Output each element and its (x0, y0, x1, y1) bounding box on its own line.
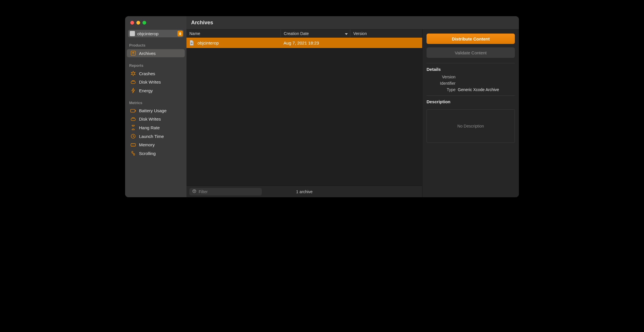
detail-key: Identifier (427, 81, 458, 86)
product-selector[interactable]: objcinterop (128, 30, 184, 37)
detail-key: Type (427, 87, 458, 92)
archive-icon (130, 51, 136, 56)
archive-count-label: 1 archive (296, 189, 313, 194)
sidebar-item-label: Energy (139, 88, 153, 93)
product-selector-label: objcinterop (137, 31, 158, 36)
button-label: Validate Content (455, 50, 487, 55)
sidebar-item-label: Scrolling (139, 151, 156, 156)
sidebar-item-label: Hang Rate (139, 125, 160, 130)
minimize-window-button[interactable] (136, 21, 140, 25)
sidebar-item-label: Disk Writes (139, 117, 161, 121)
disk-icon (130, 80, 136, 84)
button-label: Distribute Content (452, 36, 490, 41)
sidebar-item-label: Disk Writes (139, 80, 161, 84)
archive-file-icon (189, 40, 195, 46)
bolt-icon (130, 88, 136, 93)
content-row: Name Creation Date Version (186, 29, 519, 197)
svg-rect-1 (131, 81, 136, 84)
column-header-name[interactable]: Name (186, 29, 281, 37)
svg-rect-3 (131, 109, 135, 112)
sidebar-section-header-products: Products (125, 41, 186, 49)
cell-creation-date: Aug 7, 2021 18:23 (283, 40, 319, 45)
scroll-icon (130, 151, 136, 156)
organizer-window: objcinterop Products Archives Reports Cr… (125, 16, 519, 197)
filter-field[interactable] (189, 188, 262, 195)
sidebar-item-disk-writes-metrics[interactable]: Disk Writes (127, 115, 185, 123)
sidebar-item-scrolling[interactable]: Scrolling (127, 149, 185, 157)
main-pane: Archives Name Creation Date Version (186, 16, 519, 197)
table-body: objcinterop Aug 7, 2021 18:23 (186, 38, 422, 186)
updown-chevron-icon (178, 31, 183, 36)
detail-row-version: Version (427, 75, 515, 79)
details-header: Details (427, 67, 515, 72)
sidebar-item-disk-writes-reports[interactable]: Disk Writes (127, 78, 185, 86)
archives-table: Name Creation Date Version (186, 29, 422, 197)
sidebar-item-launch-time[interactable]: Launch Time (127, 132, 185, 140)
column-header-label: Version (353, 31, 367, 36)
sidebar-item-energy[interactable]: Energy (127, 86, 185, 95)
svg-point-10 (133, 154, 135, 155)
distribute-content-button[interactable]: Distribute Content (427, 34, 515, 44)
table-row[interactable]: objcinterop Aug 7, 2021 18:23 (186, 38, 422, 48)
svg-rect-4 (135, 110, 136, 111)
column-header-version[interactable]: Version (350, 29, 422, 37)
validate-content-button[interactable]: Validate Content (427, 47, 515, 58)
hourglass-icon (130, 125, 136, 130)
column-header-creation-date[interactable]: Creation Date (281, 29, 350, 37)
window-controls (125, 16, 186, 29)
sidebar-item-label: Battery Usage (139, 108, 167, 113)
sidebar-item-archives[interactable]: Archives (127, 49, 185, 57)
sidebar: objcinterop Products Archives Reports Cr… (125, 16, 186, 197)
app-icon (130, 31, 135, 36)
sidebar-section-header-reports: Reports (125, 62, 186, 69)
zoom-window-button[interactable] (142, 21, 146, 25)
disk-icon (130, 117, 136, 121)
battery-icon (130, 109, 136, 112)
detail-key: Version (427, 75, 458, 79)
cell-name: objcinterop (197, 40, 219, 45)
column-header-label: Creation Date (284, 31, 309, 36)
sidebar-item-label: Launch Time (139, 134, 164, 139)
sidebar-item-label: Archives (139, 51, 156, 56)
divider (427, 63, 515, 63)
filter-input[interactable] (199, 189, 259, 194)
description-header: Description (427, 99, 515, 104)
detail-value: Generic Xcode Archive (458, 87, 499, 92)
svg-rect-5 (131, 118, 136, 121)
close-window-button[interactable] (130, 21, 134, 25)
page-title: Archives (186, 16, 519, 29)
sidebar-item-battery-usage[interactable]: Battery Usage (127, 107, 185, 115)
filter-icon (192, 189, 196, 194)
column-header-label: Name (189, 31, 200, 36)
sidebar-item-label: Memory (139, 142, 155, 147)
sidebar-section-header-metrics: Metrics (125, 99, 186, 106)
description-box[interactable]: No Description (427, 109, 515, 143)
memory-icon (130, 143, 136, 147)
sidebar-item-crashes[interactable]: Crashes (127, 69, 185, 78)
detail-row-type: Type Generic Xcode Archive (427, 87, 515, 92)
table-header: Name Creation Date Version (186, 29, 422, 38)
detail-row-identifier: Identifier (427, 81, 515, 86)
clock-icon (130, 134, 136, 139)
details-panel: Distribute Content Validate Content Deta… (422, 29, 519, 197)
table-footer: 1 archive (186, 186, 422, 197)
crash-icon (130, 71, 136, 76)
svg-rect-8 (131, 144, 136, 146)
sort-descending-icon (345, 31, 348, 36)
sidebar-item-label: Crashes (139, 71, 155, 76)
svg-point-9 (132, 151, 133, 153)
sidebar-item-memory[interactable]: Memory (127, 141, 185, 149)
sidebar-item-hang-rate[interactable]: Hang Rate (127, 123, 185, 132)
description-placeholder: No Description (458, 124, 484, 128)
divider (427, 95, 515, 96)
svg-rect-11 (191, 43, 193, 44)
